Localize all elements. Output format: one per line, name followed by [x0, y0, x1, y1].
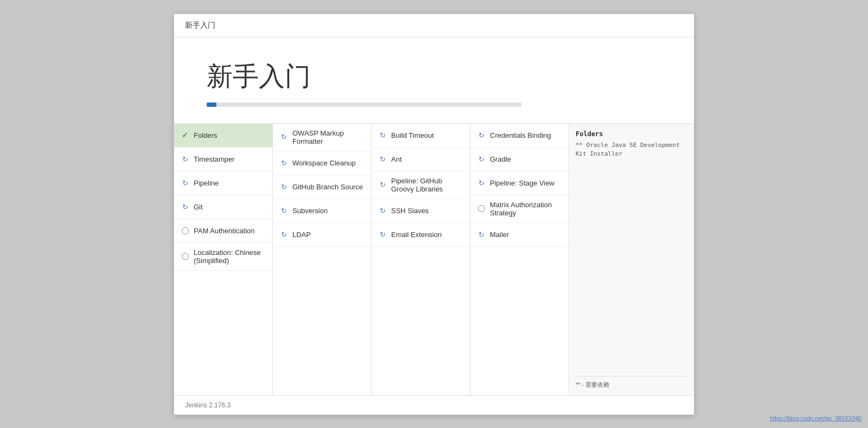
title-bar: 新手入门	[174, 14, 694, 37]
check-icon: ✓	[181, 131, 189, 139]
plugin-item-mailer[interactable]: ↻ Mailer	[470, 223, 569, 247]
refresh-icon: ↻	[378, 155, 387, 163]
hero-section: 新手入门	[174, 37, 694, 124]
plugin-item-email-extension[interactable]: ↻ Email Extension	[372, 223, 470, 247]
refresh-icon: ↻	[279, 133, 288, 142]
plugin-label: Pipeline	[194, 179, 219, 187]
refresh-icon: ↻	[477, 155, 486, 163]
plugin-label: Pipeline: Stage View	[490, 179, 554, 187]
plugin-label: Workspace Cleanup	[292, 159, 356, 167]
refresh-icon: ↻	[477, 230, 486, 239]
refresh-icon: ↻	[378, 181, 387, 189]
circle-icon	[181, 226, 189, 235]
refresh-icon: ↻	[378, 206, 387, 215]
plugin-item-pipeline-groovy[interactable]: ↻ Pipeline: GitHub Groovy Libraries	[372, 171, 470, 199]
plugins-columns: ✓ Folders ↻ Timestamper ↻ Pipeline	[174, 124, 569, 395]
plugin-item-timestamper[interactable]: ↻ Timestamper	[174, 148, 272, 171]
circle-icon	[477, 205, 486, 213]
side-panel-title: Folders	[576, 130, 687, 138]
hero-title: 新手入门	[207, 59, 661, 94]
plugin-label: Gradle	[490, 155, 511, 163]
refresh-icon: ↻	[279, 230, 288, 239]
plugin-item-ldap[interactable]: ↻ LDAP	[273, 223, 371, 247]
plugin-column-4: ↻ Credentials Binding ↻ Gradle ↻ Pipelin…	[470, 124, 569, 395]
refresh-icon: ↻	[279, 206, 288, 215]
progress-bar-fill	[207, 103, 216, 107]
plugin-label: Mailer	[490, 231, 509, 239]
plugin-label: Credentials Binding	[490, 131, 551, 139]
plugin-label: PAM Authentication	[194, 227, 255, 235]
side-panel: Folders ** Oracle Java SE Development Ki…	[569, 124, 694, 395]
plugin-item-localization[interactable]: Localization: Chinese (Simplified)	[174, 243, 272, 271]
plugin-item-git[interactable]: ↻ Git	[174, 195, 272, 219]
plugin-label: Subversion	[292, 207, 328, 215]
refresh-icon: ↻	[477, 178, 486, 187]
plugin-column-3: ↻ Build Timeout ↻ Ant ↻ Pipeline: GitHub…	[372, 124, 470, 395]
plugin-label: Ant	[391, 155, 402, 163]
refresh-icon: ↻	[181, 202, 189, 211]
refresh-icon: ↻	[378, 131, 387, 139]
plugin-label: Timestamper	[194, 155, 234, 163]
plugin-item-gradle[interactable]: ↻ Gradle	[470, 148, 569, 171]
footer-bar: Jenkins 2.176.3	[174, 395, 694, 414]
plugin-item-ssh-slaves[interactable]: ↻ SSH Slaves	[372, 199, 470, 223]
plugin-item-workspace-cleanup[interactable]: ↻ Workspace Cleanup	[273, 151, 371, 175]
version-label: Jenkins 2.176.3	[185, 401, 231, 409]
plugin-label: GitHub Branch Source	[292, 183, 363, 191]
refresh-icon: ↻	[279, 158, 288, 167]
plugin-item-build-timeout[interactable]: ↻ Build Timeout	[372, 124, 470, 148]
plugin-item-credentials-binding[interactable]: ↻ Credentials Binding	[470, 124, 569, 148]
plugin-item-github-branch-source[interactable]: ↻ GitHub Branch Source	[273, 175, 371, 199]
plugin-label: OWASP Markup Formatter	[292, 129, 365, 145]
plugin-item-owasp[interactable]: ↻ OWASP Markup Formatter	[273, 124, 371, 151]
plugin-column-2: ↻ OWASP Markup Formatter ↻ Workspace Cle…	[273, 124, 372, 395]
title-bar-label: 新手入门	[185, 21, 215, 29]
plugin-label: Git	[194, 203, 203, 211]
plugin-label: Matrix Authorization Strategy	[490, 201, 562, 217]
plugin-column-1: ✓ Folders ↻ Timestamper ↻ Pipeline	[174, 124, 273, 395]
plugin-item-pipeline-stage-view[interactable]: ↻ Pipeline: Stage View	[470, 171, 569, 195]
plugin-item-subversion[interactable]: ↻ Subversion	[273, 199, 371, 223]
plugin-item-pam-auth[interactable]: PAM Authentication	[174, 219, 272, 243]
refresh-icon: ↻	[378, 230, 387, 239]
plugin-item-matrix-auth[interactable]: Matrix Authorization Strategy	[470, 195, 569, 223]
watermark: https://blog.csdn.net/qq_38161040	[770, 415, 861, 421]
side-panel-description: ** Oracle Java SE Development Kit Instal…	[576, 141, 687, 159]
main-window: 新手入门 新手入门 ✓ Folders ↻ Tim	[174, 14, 694, 415]
progress-bar-container	[207, 103, 521, 107]
plugin-item-folders[interactable]: ✓ Folders	[174, 124, 272, 148]
plugin-label: Email Extension	[391, 231, 442, 239]
plugin-item-pipeline[interactable]: ↻ Pipeline	[174, 171, 272, 195]
circle-icon	[181, 252, 189, 261]
plugin-label: Localization: Chinese (Simplified)	[194, 248, 266, 265]
plugin-label: SSH Slaves	[391, 207, 429, 215]
plugin-label: Build Timeout	[391, 131, 434, 139]
plugin-label: Folders	[194, 131, 217, 139]
plugins-grid: ✓ Folders ↻ Timestamper ↻ Pipeline	[174, 124, 694, 395]
refresh-icon: ↻	[181, 155, 189, 163]
plugin-label: LDAP	[292, 231, 311, 239]
plugin-label: Pipeline: GitHub Groovy Libraries	[391, 177, 463, 193]
refresh-icon: ↻	[477, 131, 486, 139]
side-panel-footer: ** - 需要依赖	[576, 376, 687, 389]
refresh-icon: ↻	[279, 182, 288, 191]
plugin-item-ant[interactable]: ↻ Ant	[372, 148, 470, 171]
refresh-icon: ↻	[181, 178, 189, 187]
